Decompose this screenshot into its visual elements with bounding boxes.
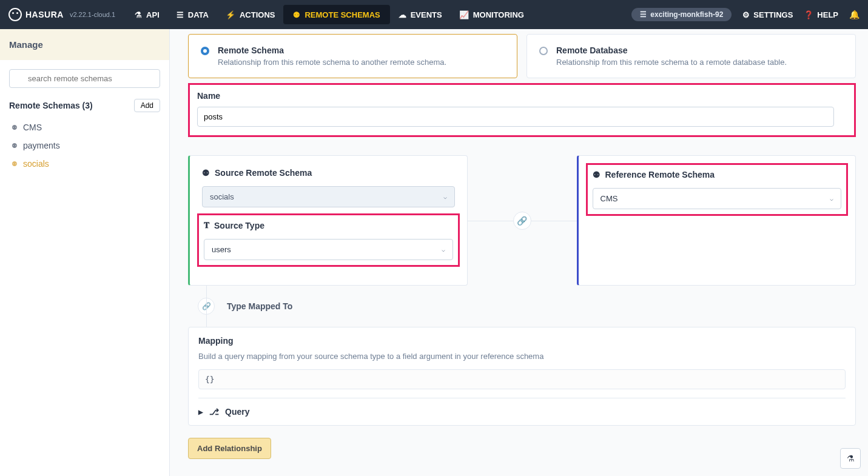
sidebar-item-cms[interactable]: ⚉CMS — [9, 118, 160, 136]
name-label: Name — [197, 91, 847, 101]
plug-icon: ⚉ — [593, 170, 601, 179]
plug-icon: ⚉ — [293, 10, 300, 19]
gear-icon: ⚙ — [742, 10, 750, 19]
radio-title: Remote Schema — [218, 45, 446, 55]
project-icon: ☰ — [640, 10, 647, 19]
nav-monitoring[interactable]: 📈MONITORING — [451, 0, 533, 29]
radio-desc: Relationship from this remote schema to … — [218, 58, 446, 67]
flask-icon: ⚗ — [135, 10, 142, 19]
radio-remote-schema[interactable]: Remote Schema Relationship from this rem… — [188, 34, 517, 78]
nav-data[interactable]: ☰DATA — [168, 0, 217, 29]
radio-title: Remote Database — [556, 45, 787, 55]
mapping-code[interactable]: {} — [198, 369, 846, 389]
search-wrap — [9, 69, 160, 88]
radio-dot-icon — [539, 47, 548, 55]
topbar: HASURA v2.22.1-cloud.1 ⚗API ☰DATA ⚡ACTIO… — [0, 0, 868, 29]
chevron-down-icon: ⌵ — [830, 195, 833, 202]
nav-api[interactable]: ⚗API — [126, 0, 168, 29]
topbar-right: ☰exciting-monkfish-92 ⚙SETTINGS ❓HELP 🔔 — [631, 8, 860, 21]
nav-events[interactable]: ☁EVENTS — [390, 0, 451, 29]
search-input[interactable] — [9, 69, 160, 88]
branch-icon: ⎇ — [209, 407, 219, 417]
query-label: Query — [225, 407, 249, 417]
sidebar-title: Remote Schemas (3) — [9, 101, 93, 110]
add-schema-button[interactable]: Add — [134, 99, 160, 112]
query-row[interactable]: ▶ ⎇ Query — [198, 398, 846, 417]
source-type-select[interactable]: users⌵ — [204, 239, 453, 260]
mapping-title: Mapping — [198, 336, 846, 346]
name-section: Name — [188, 83, 856, 137]
source-schema-label: ⚉Source Remote Schema — [202, 168, 455, 178]
radio-desc: Relationship from this remote schema to … — [556, 58, 787, 67]
add-relationship-button[interactable]: Add Relationship — [188, 438, 271, 459]
sidebar-item-payments[interactable]: ⚉payments — [9, 136, 160, 155]
nav-remote-schemas[interactable]: ⚉REMOTE SCHEMAS — [283, 5, 389, 24]
mapping-desc: Build a query mapping from your source s… — [198, 352, 846, 361]
reference-schema-label: ⚉Reference Remote Schema — [593, 170, 842, 179]
beaker-fab[interactable]: ⚗ — [840, 448, 861, 469]
sidebar-item-label: CMS — [23, 122, 42, 132]
cloud-icon: ☁ — [399, 10, 406, 19]
topbar-left: HASURA v2.22.1-cloud.1 ⚗API ☰DATA ⚡ACTIO… — [8, 0, 533, 29]
link-icon: 🔗 — [513, 212, 531, 230]
chevron-down-icon: ⌵ — [443, 193, 447, 200]
help-link[interactable]: ❓HELP — [804, 10, 838, 19]
sidebar-item-socials[interactable]: ⚉socials — [9, 155, 160, 173]
nav-actions[interactable]: ⚡ACTIONS — [217, 0, 284, 29]
chart-icon: 📈 — [459, 10, 469, 19]
connector: 🔗 — [468, 212, 577, 230]
radio-dot-icon — [201, 47, 209, 55]
sidebar-item-label: payments — [23, 141, 60, 150]
database-icon: ☰ — [177, 10, 184, 19]
link-icon: 🔗 — [198, 298, 215, 315]
caret-right-icon: ▶ — [198, 409, 203, 415]
flask-icon: ⚗ — [847, 454, 855, 463]
reference-schema-select[interactable]: CMS⌵ — [593, 188, 842, 209]
project-pill[interactable]: ☰exciting-monkfish-92 — [631, 8, 732, 21]
question-icon: ❓ — [804, 10, 813, 19]
sidebar-item-label: socials — [23, 159, 49, 169]
sidebar: Manage Remote Schemas (3) Add ⚉CMS ⚉paym… — [0, 29, 170, 476]
sidebar-header: Manage — [0, 29, 169, 60]
logo[interactable]: HASURA — [8, 8, 64, 21]
reference-schema-section: ⚉Reference Remote Schema CMS⌵ — [586, 163, 849, 216]
hasura-logo-icon — [8, 8, 22, 21]
plug-icon: ⚉ — [12, 160, 18, 168]
bell-icon[interactable]: 🔔 — [849, 10, 860, 19]
main-content: Remote Schema Relationship from this rem… — [170, 29, 868, 476]
brand-name: HASURA — [25, 10, 64, 19]
type-icon: 𝐓 — [204, 220, 209, 230]
source-type-section: 𝐓Source Type users⌵ — [197, 213, 460, 267]
source-type-label: 𝐓Source Type — [204, 220, 453, 230]
plug-icon: ⚉ — [202, 168, 210, 178]
radio-remote-database[interactable]: Remote Database Relationship from this r… — [527, 34, 856, 78]
plug-icon: ⚉ — [12, 142, 18, 150]
chevron-down-icon: ⌵ — [442, 246, 445, 253]
source-schema-select[interactable]: socials⌵ — [202, 186, 455, 207]
mapped-to-label: Type Mapped To — [227, 301, 292, 311]
settings-link[interactable]: ⚙SETTINGS — [742, 10, 793, 19]
plug-icon: ⚉ — [12, 124, 18, 132]
reference-panel: ⚉Reference Remote Schema CMS⌵ — [577, 155, 856, 286]
name-input[interactable] — [197, 107, 834, 127]
source-panel: ⚉Source Remote Schema socials⌵ 𝐓Source T… — [188, 155, 468, 286]
version-label: v2.22.1-cloud.1 — [70, 11, 115, 18]
mapping-panel: Mapping Build a query mapping from your … — [188, 327, 856, 426]
bolt-icon: ⚡ — [226, 10, 235, 19]
